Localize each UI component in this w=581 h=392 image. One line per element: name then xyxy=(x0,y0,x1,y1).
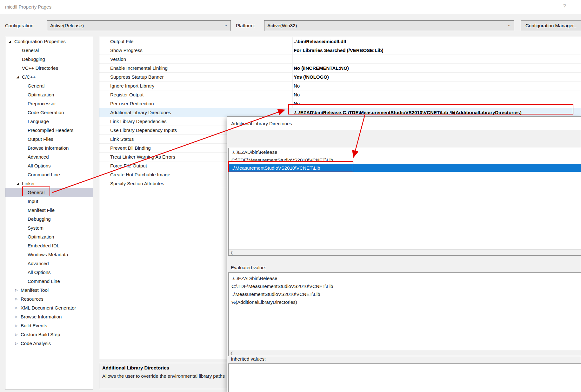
tree-item-all-options[interactable]: All Options xyxy=(5,161,93,170)
grid-row-show-progress[interactable]: Show ProgressFor Libraries Searched (/VE… xyxy=(99,46,581,55)
tree-item-manifest-tool[interactable]: ▷Manifest Tool xyxy=(5,286,93,295)
tree-item-label: Command Line xyxy=(28,170,60,179)
tree-item-custom-build-step[interactable]: ▷Custom Build Step xyxy=(5,330,93,339)
tree-item-language[interactable]: Language xyxy=(5,117,93,126)
grid-property-name: Enable Incremental Linking xyxy=(110,64,168,72)
grid-row-enable-incremental-linking[interactable]: Enable Incremental LinkingNo (/INCREMENT… xyxy=(99,64,581,73)
tree-collapsed-icon[interactable]: ▷ xyxy=(15,339,18,348)
tree-collapsed-icon[interactable]: ▷ xyxy=(15,330,18,339)
grid-property-value[interactable]: No (/INCREMENTAL:NO) xyxy=(294,64,349,72)
tree-expanded-icon[interactable]: ◢ xyxy=(17,179,19,188)
tree-item-manifest-file[interactable]: Manifest File xyxy=(5,206,93,215)
tree-item-label: All Options xyxy=(28,161,51,170)
tree-item-debugging[interactable]: Debugging xyxy=(5,215,93,224)
platform-dropdown[interactable]: Active(Win32) ⌄ xyxy=(264,20,514,31)
popup-title-bar: Additional Library Directories xyxy=(227,117,581,130)
configuration-tree: ◢Configuration PropertiesGeneralDebuggin… xyxy=(5,37,93,389)
tree-item-code-analysis[interactable]: ▷Code Analysis xyxy=(5,339,93,348)
grid-row-register-output[interactable]: Register OutputNo xyxy=(99,90,581,99)
tree-item-linker[interactable]: ◢Linker xyxy=(5,179,93,188)
title-bar xyxy=(0,0,581,14)
grid-column-divider xyxy=(292,55,293,63)
tree-item-general[interactable]: General xyxy=(5,188,93,197)
tree-expanded-icon[interactable]: ◢ xyxy=(17,73,19,82)
grid-column-divider xyxy=(292,64,293,72)
grid-property-value[interactable]: ..\bin\Release/micdll.dll xyxy=(294,37,346,46)
tree-item-label: Configuration Properties xyxy=(14,37,66,46)
tree-collapsed-icon[interactable]: ▷ xyxy=(15,321,18,330)
grid-row-additional-library-directories[interactable]: Additional Library Directories.\..\EZAD\… xyxy=(99,108,581,117)
tree-item-advanced[interactable]: Advanced xyxy=(5,153,93,161)
scroll-left-icon[interactable]: ❮ xyxy=(230,350,233,356)
list-horizontal-scrollbar[interactable]: ❮ xyxy=(229,249,581,255)
tree-item-label: Precompiled Headers xyxy=(28,126,73,135)
tree-collapsed-icon[interactable]: ▷ xyxy=(15,304,18,312)
tree-item-advanced[interactable]: Advanced xyxy=(5,259,93,268)
tree-collapsed-icon[interactable]: ▷ xyxy=(15,286,18,295)
grid-row-version[interactable]: Version xyxy=(99,55,581,64)
tree-item-label: Resources xyxy=(21,295,43,304)
help-icon[interactable]: ? xyxy=(560,0,569,14)
tree-item-browse-information[interactable]: Browse Information xyxy=(5,144,93,153)
tree-item-code-generation[interactable]: Code Generation xyxy=(5,108,93,117)
tree-item-general[interactable]: General xyxy=(5,46,93,55)
configuration-label: Configuration: xyxy=(5,20,35,31)
tree-item-configuration-properties[interactable]: ◢Configuration Properties xyxy=(5,37,93,46)
configuration-manager-button[interactable]: Configuration Manager... xyxy=(521,20,581,31)
grid-row-output-file[interactable]: Output File..\bin\Release/micdll.dll xyxy=(99,37,581,46)
tree-item-optimization[interactable]: Optimization xyxy=(5,90,93,99)
grid-property-value[interactable]: Yes (/NOLOGO) xyxy=(294,73,329,81)
scroll-left-icon[interactable]: ❮ xyxy=(230,250,233,255)
tree-item-optimization[interactable]: Optimization xyxy=(5,232,93,241)
evaluated-horizontal-scrollbar[interactable]: ❮ xyxy=(229,350,581,356)
grid-property-value[interactable]: For Libraries Searched (/VERBOSE:Lib) xyxy=(294,46,384,55)
tree-item-general[interactable]: General xyxy=(5,82,93,90)
tree-item-vc-directories[interactable]: VC++ Directories xyxy=(5,64,93,73)
grid-property-name: Per-user Redirection xyxy=(110,99,154,108)
tree-item-c-c-[interactable]: ◢C/C++ xyxy=(5,73,93,82)
tree-item-command-line[interactable]: Command Line xyxy=(5,170,93,179)
directory-list-item[interactable]: ..\MeasurementStudioVS2010\VCNET\Lib xyxy=(229,164,581,172)
tree-item-label: Code Analysis xyxy=(21,339,51,348)
tree-collapsed-icon[interactable]: ▷ xyxy=(15,295,18,304)
tree-item-xml-document-generator[interactable]: ▷XML Document Generator xyxy=(5,304,93,312)
grid-column-divider xyxy=(292,90,293,99)
tree-item-embedded-idl[interactable]: Embedded IDL xyxy=(5,241,93,250)
grid-row-per-user-redirection[interactable]: Per-user RedirectionNo xyxy=(99,99,581,108)
tree-collapsed-icon[interactable]: ▷ xyxy=(15,312,18,321)
tree-item-input[interactable]: Input xyxy=(5,197,93,206)
grid-property-value[interactable]: No xyxy=(294,90,300,99)
tree-item-label: XML Document Generator xyxy=(21,304,76,312)
tree-item-label: General xyxy=(28,188,44,197)
directory-list-item[interactable]: C:\TDE\MeasurementStudioVS2010\VCNET\Lib xyxy=(229,156,581,164)
grid-property-name: Additional Library Directories xyxy=(110,108,171,117)
tree-item-resources[interactable]: ▷Resources xyxy=(5,295,93,304)
tree-item-command-line[interactable]: Command Line xyxy=(5,277,93,286)
tree-item-build-events[interactable]: ▷Build Events xyxy=(5,321,93,330)
grid-property-value[interactable]: No xyxy=(294,99,300,108)
tree-item-label: Manifest Tool xyxy=(21,286,49,295)
directories-list: .\..\EZAD\bin\ReleaseC:\TDE\MeasurementS… xyxy=(228,148,581,256)
grid-row-ignore-import-library[interactable]: Ignore Import LibraryNo xyxy=(99,82,581,90)
tree-item-windows-metadata[interactable]: Windows Metadata xyxy=(5,250,93,259)
tree-expanded-icon[interactable]: ◢ xyxy=(9,37,11,46)
tree-item-browse-information[interactable]: ▷Browse Information xyxy=(5,312,93,321)
tree-item-all-options[interactable]: All Options xyxy=(5,268,93,277)
grid-property-value[interactable]: No xyxy=(294,82,300,90)
tree-item-system[interactable]: System xyxy=(5,224,93,232)
tree-item-label: Manifest File xyxy=(28,206,55,215)
grid-property-name: Specify Section Attributes xyxy=(110,179,164,188)
grid-row-suppress-startup-banner[interactable]: Suppress Startup BannerYes (/NOLOGO) xyxy=(99,73,581,82)
tree-item-preprocessor[interactable]: Preprocessor xyxy=(5,99,93,108)
tree-item-label: Linker xyxy=(22,179,35,188)
grid-property-value[interactable]: .\..\EZAD\bin\Release;C:\TDE\Measurement… xyxy=(294,108,522,117)
tree-item-debugging[interactable]: Debugging xyxy=(5,55,93,64)
tree-item-label: Browse Information xyxy=(28,144,69,153)
tree-item-label: C/C++ xyxy=(22,73,36,82)
tree-item-precompiled-headers[interactable]: Precompiled Headers xyxy=(5,126,93,135)
configuration-dropdown[interactable]: Active(Release) ⌄ xyxy=(47,20,231,31)
tree-item-label: Code Generation xyxy=(28,108,64,117)
grid-property-name: Version xyxy=(110,55,126,63)
tree-item-output-files[interactable]: Output Files xyxy=(5,135,93,144)
directory-list-item[interactable]: .\..\EZAD\bin\Release xyxy=(229,148,581,156)
